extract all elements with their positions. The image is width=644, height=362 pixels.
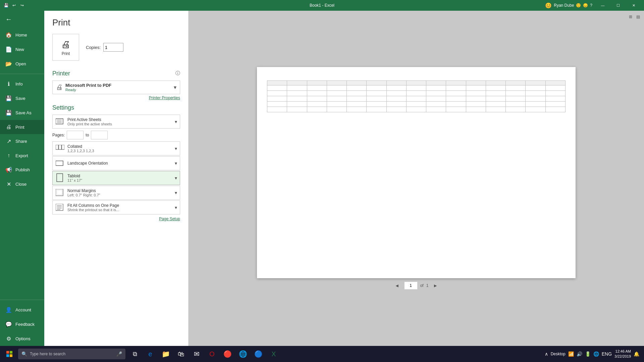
page-layout-view-icon[interactable]: ▤ bbox=[635, 13, 641, 20]
sidebar-item-new[interactable]: 📄 New bbox=[0, 42, 44, 57]
sidebar-label-publish: Publish bbox=[15, 167, 30, 172]
close-button[interactable]: ✕ bbox=[626, 0, 641, 11]
close-icon: ✕ bbox=[5, 181, 12, 187]
task-view-button[interactable]: ⧉ bbox=[127, 347, 142, 361]
feedback-smiley[interactable]: 🙂 bbox=[576, 3, 581, 8]
excel-icon: X bbox=[271, 350, 276, 358]
battery-icon[interactable]: 🔋 bbox=[584, 351, 591, 357]
back-button[interactable]: ← bbox=[0, 11, 44, 28]
copies-input[interactable] bbox=[103, 43, 123, 52]
user-name: Ryan Dube bbox=[554, 3, 574, 8]
edge-icon: e bbox=[148, 350, 152, 358]
svg-rect-10 bbox=[57, 190, 62, 195]
sidebar-item-feedback[interactable]: 💬 Feedback bbox=[0, 317, 44, 331]
collated-sub: 1,2,3 1,2,3 1,2,3 bbox=[67, 149, 172, 153]
pages-to-input[interactable] bbox=[91, 131, 108, 139]
language-icon[interactable]: ENG bbox=[601, 351, 612, 357]
print-what-dropdown[interactable]: Print Active Sheets Only print the activ… bbox=[52, 115, 180, 129]
orientation-dropdown[interactable]: Landscape Orientation ▾ bbox=[52, 156, 180, 170]
explorer-app[interactable]: 📁 bbox=[158, 347, 173, 361]
edge-app[interactable]: e bbox=[143, 347, 158, 361]
collated-text: Collated 1,2,3 1,2,3 1,2,3 bbox=[67, 144, 172, 153]
paper-size-sub: 11" x 17" bbox=[67, 178, 172, 182]
print-panel: Print 🖨 Print Copies: Printer ⓘ 🖨 bbox=[44, 11, 189, 346]
next-page-button[interactable]: ► bbox=[431, 282, 440, 289]
chrome-app[interactable]: 🌐 bbox=[235, 347, 250, 361]
sidebar-item-save-as[interactable]: 💾 Save As bbox=[0, 106, 44, 120]
scaling-dropdown[interactable]: Fit All Columns on One Page Shrink the p… bbox=[52, 200, 180, 215]
printer-dropdown[interactable]: 🖨 Microsoft Print to PDF Ready ▾ bbox=[52, 80, 180, 94]
sidebar-label-new: New bbox=[15, 47, 24, 52]
paper-size-text: Tabloid 11" x 17" bbox=[67, 174, 172, 182]
maximize-button[interactable]: ☐ bbox=[610, 0, 626, 11]
sidebar-item-account[interactable]: 👤 Account bbox=[0, 303, 44, 317]
page-navigation: ◄ of 1 ► bbox=[393, 282, 440, 290]
sidebar-item-share[interactable]: ↗ Share bbox=[0, 134, 44, 148]
settings-section-header: Settings bbox=[52, 104, 180, 111]
preview-table bbox=[267, 80, 566, 112]
opera-app[interactable]: O bbox=[205, 347, 219, 361]
print-sheets-icon bbox=[55, 117, 65, 126]
title-bar-right: 😊 Ryan Dube 🙂 😞 ? — ☐ ✕ bbox=[545, 0, 641, 11]
sidebar-item-publish[interactable]: 📢 Publish bbox=[0, 163, 44, 177]
orientation-label: Landscape Orientation bbox=[67, 161, 172, 166]
app9[interactable]: 🔵 bbox=[251, 347, 266, 361]
start-button[interactable] bbox=[1, 346, 17, 362]
export-icon: ↑ bbox=[5, 153, 12, 159]
taskbar-search[interactable]: 🔍 🎤 bbox=[18, 349, 125, 359]
sidebar-item-save[interactable]: 💾 Save bbox=[0, 91, 44, 106]
normal-view-icon[interactable]: ⊞ bbox=[627, 13, 634, 20]
svg-rect-6 bbox=[62, 145, 64, 149]
orientation-arrow: ▾ bbox=[175, 161, 177, 166]
explorer-icon: 📁 bbox=[162, 350, 170, 358]
sidebar-item-print[interactable]: 🖨 Print bbox=[0, 120, 44, 134]
printer-info: Microsoft Print to PDF Ready bbox=[65, 83, 171, 92]
notifications-icon[interactable]: 🔔 bbox=[633, 351, 640, 357]
store-icon: 🛍 bbox=[178, 350, 184, 358]
undo-quick-icon[interactable]: ↩ bbox=[11, 2, 17, 9]
pages-from-input[interactable] bbox=[67, 131, 84, 139]
clock[interactable]: 12:46 AM 3/22/2019 bbox=[614, 349, 631, 359]
sidebar-label-export: Export bbox=[15, 153, 28, 158]
paper-size-dropdown[interactable]: Tabloid 11" x 17" ▾ bbox=[52, 171, 180, 185]
app7[interactable]: 🔴 bbox=[220, 347, 235, 361]
taskbar-right: ∧ Desktop 📶 🔊 🔋 🌐 ENG 12:46 AM 3/22/2019… bbox=[544, 349, 643, 359]
save-icon: 💾 bbox=[5, 95, 12, 102]
search-input[interactable] bbox=[30, 352, 114, 356]
mail-app[interactable]: ✉ bbox=[189, 347, 204, 361]
printer-properties-link[interactable]: Printer Properties bbox=[52, 96, 180, 100]
help-icon[interactable]: ? bbox=[590, 3, 592, 8]
svg-rect-17 bbox=[10, 351, 12, 354]
print-button[interactable]: 🖨 Print bbox=[52, 34, 79, 61]
desktop-label[interactable]: Desktop bbox=[550, 351, 566, 357]
scaling-sub: Shrink the printout so that it is... bbox=[67, 208, 172, 212]
sidebar-item-info[interactable]: ℹ Info bbox=[0, 77, 44, 91]
page-number-input[interactable] bbox=[404, 282, 418, 290]
store-app[interactable]: 🛍 bbox=[174, 347, 189, 361]
sidebar-item-close[interactable]: ✕ Close bbox=[0, 177, 44, 191]
volume-icon[interactable]: 🔊 bbox=[576, 351, 583, 357]
margins-arrow: ▾ bbox=[175, 190, 177, 195]
printer-section-header: Printer bbox=[52, 70, 70, 77]
minimize-button[interactable]: — bbox=[595, 0, 610, 11]
redo-quick-icon[interactable]: ↪ bbox=[19, 2, 25, 9]
feedback-frown[interactable]: 😞 bbox=[583, 3, 588, 8]
excel-app[interactable]: X bbox=[266, 347, 281, 361]
wifi-icon[interactable]: 📶 bbox=[568, 351, 575, 357]
sidebar-item-open[interactable]: 📂 Open bbox=[0, 57, 44, 71]
title-bar: 💾 ↩ ↪ Book1 - Excel 😊 Ryan Dube 🙂 😞 ? — … bbox=[0, 0, 644, 11]
printer-info-icon[interactable]: ⓘ bbox=[175, 70, 180, 76]
print-btn-label: Print bbox=[62, 51, 70, 56]
tray-arrow-icon[interactable]: ∧ bbox=[544, 351, 549, 357]
prev-page-button[interactable]: ◄ bbox=[393, 282, 401, 289]
save-quick-icon[interactable]: 💾 bbox=[3, 2, 9, 9]
collated-dropdown[interactable]: Collated 1,2,3 1,2,3 1,2,3 ▾ bbox=[52, 141, 180, 156]
copies-row: Copies: bbox=[86, 43, 123, 52]
sidebar-item-home[interactable]: 🏠 Home bbox=[0, 28, 44, 42]
page-setup-link[interactable]: Page Setup bbox=[52, 217, 180, 221]
sidebar-item-options[interactable]: ⚙ Options bbox=[0, 331, 44, 346]
margins-dropdown[interactable]: Normal Margins Left: 0.7" Right: 0.7" ▾ bbox=[52, 186, 180, 200]
network-icon[interactable]: 🌐 bbox=[593, 351, 600, 357]
sidebar-item-export[interactable]: ↑ Export bbox=[0, 148, 44, 163]
microphone-icon[interactable]: 🎤 bbox=[116, 351, 122, 357]
